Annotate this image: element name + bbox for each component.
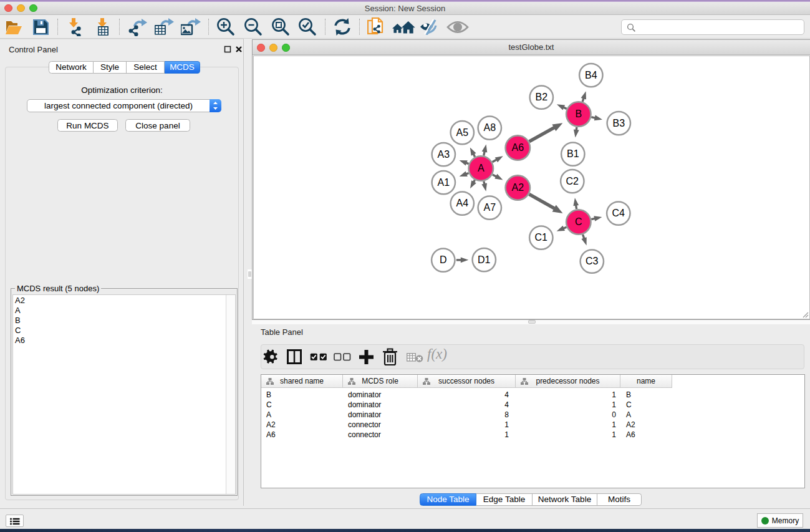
svg-text:A3: A3 bbox=[438, 149, 450, 160]
svg-text:B1: B1 bbox=[567, 148, 579, 159]
svg-text:A: A bbox=[478, 163, 485, 173]
svg-text:B4: B4 bbox=[585, 70, 597, 80]
svg-text:A1: A1 bbox=[438, 177, 450, 188]
svg-text:B2: B2 bbox=[536, 92, 548, 102]
svg-text:C1: C1 bbox=[535, 232, 548, 243]
svg-text:B3: B3 bbox=[613, 118, 625, 128]
svg-text:A4: A4 bbox=[456, 198, 469, 208]
svg-text:C4: C4 bbox=[612, 208, 625, 218]
svg-text:C: C bbox=[575, 216, 582, 227]
svg-text:A2: A2 bbox=[512, 182, 524, 193]
svg-text:A6: A6 bbox=[512, 142, 524, 153]
svg-text:C2: C2 bbox=[566, 176, 579, 186]
svg-text:D: D bbox=[440, 254, 447, 265]
svg-text:A5: A5 bbox=[456, 127, 469, 138]
svg-text:D1: D1 bbox=[478, 254, 491, 265]
svg-text:A8: A8 bbox=[484, 122, 496, 133]
svg-text:A7: A7 bbox=[484, 202, 496, 213]
svg-text:C3: C3 bbox=[586, 256, 599, 266]
svg-text:B: B bbox=[575, 109, 582, 119]
